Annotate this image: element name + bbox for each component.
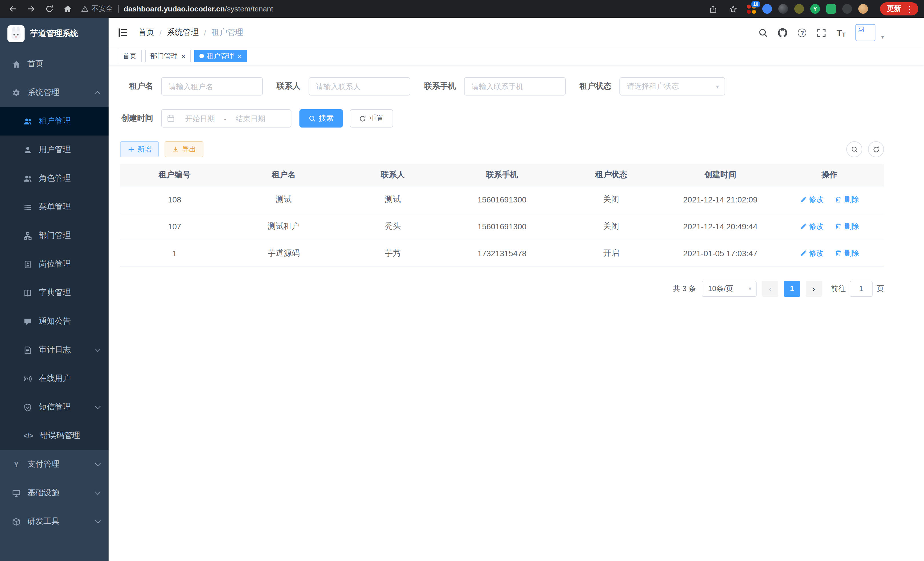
pagination: 共 3 条 10条/页 ▾ ‹ 1 › 前往 页 xyxy=(120,281,884,296)
reset-button[interactable]: 重置 xyxy=(350,109,393,128)
search-button[interactable]: 搜索 xyxy=(299,109,343,128)
delete-link[interactable]: 删除 xyxy=(835,194,859,205)
extension-y-icon[interactable]: Y xyxy=(810,4,820,14)
monitor-icon xyxy=(12,489,21,497)
sidebar-item-payment[interactable]: ¥ 支付管理 xyxy=(0,450,109,479)
col-header-name: 租户名 xyxy=(229,164,338,186)
github-icon[interactable] xyxy=(778,27,788,38)
date-start-input[interactable] xyxy=(177,114,223,123)
sidebar-item-dict[interactable]: 字典管理 xyxy=(0,278,109,307)
bookmark-star-icon[interactable] xyxy=(726,2,740,16)
edit-link[interactable]: 修改 xyxy=(800,248,824,258)
status-select[interactable]: 请选择租户状态 ▾ xyxy=(620,77,725,96)
breadcrumb-item[interactable]: 系统管理 xyxy=(167,27,199,38)
browser-menu-kebab-icon[interactable]: ⋮ xyxy=(904,4,915,14)
extension-paw-icon[interactable] xyxy=(842,4,852,14)
phone-input[interactable] xyxy=(464,77,566,96)
security-label: 不安全 xyxy=(92,4,113,14)
refresh-table-button[interactable] xyxy=(868,141,884,157)
sidebar-item-user[interactable]: 用户管理 xyxy=(0,135,109,164)
refresh-icon xyxy=(359,115,366,122)
fullscreen-icon[interactable] xyxy=(817,27,827,38)
next-page-button[interactable]: › xyxy=(806,281,822,296)
chevron-down-icon xyxy=(95,403,101,409)
update-button[interactable]: 更新 ⋮ xyxy=(880,2,918,15)
contact-input[interactable] xyxy=(309,77,410,96)
system-submenu: 租户管理 用户管理 角色管理 菜单管理 部门管理 xyxy=(0,107,109,450)
export-button[interactable]: 导出 xyxy=(165,141,203,157)
browser-home-icon[interactable] xyxy=(61,2,74,16)
sidebar-item-role[interactable]: 角色管理 xyxy=(0,164,109,193)
page-unit-label: 页 xyxy=(877,283,884,294)
help-question-icon[interactable]: ? xyxy=(797,27,807,38)
date-range-picker[interactable]: - xyxy=(161,109,291,128)
profile-avatar-icon[interactable] xyxy=(858,4,868,14)
collapse-sidebar-icon[interactable] xyxy=(117,27,129,38)
page-size-select[interactable]: 10条/页 ▾ xyxy=(702,281,757,296)
font-size-icon[interactable]: TT xyxy=(836,27,846,38)
breadcrumb-item[interactable]: 首页 xyxy=(138,27,154,38)
sidebar-item-post[interactable]: 岗位管理 xyxy=(0,250,109,278)
role-users-icon xyxy=(23,174,32,183)
share-icon[interactable] xyxy=(706,2,720,16)
sidebar-item-label: 租户管理 xyxy=(39,116,71,126)
search-button-label: 搜索 xyxy=(319,113,334,123)
browser-chrome: 不安全 dashboard.yudao.iocoder.cn/system/te… xyxy=(0,0,924,18)
page-number-1[interactable]: 1 xyxy=(784,281,800,296)
table-header-row: 租户编号 租户名 联系人 联系手机 租户状态 创建时间 操作 xyxy=(120,164,884,186)
tag-close-icon[interactable]: × xyxy=(181,52,185,60)
sidebar-item-label: 通知公告 xyxy=(39,316,71,326)
cell-status: 开启 xyxy=(556,240,666,266)
tenant-name-input[interactable] xyxy=(161,77,263,96)
tag-tenant[interactable]: 租户管理 × xyxy=(194,50,247,62)
edit-link[interactable]: 修改 xyxy=(800,221,824,231)
sidebar-item-home[interactable]: 首页 xyxy=(0,50,109,78)
sidebar-item-sms[interactable]: 短信管理 xyxy=(0,393,109,421)
sidebar-item-notice[interactable]: 通知公告 xyxy=(0,307,109,336)
edit-pencil-icon xyxy=(800,196,807,203)
sidebar-item-tenant[interactable]: 租户管理 xyxy=(0,107,109,135)
reload-icon[interactable] xyxy=(42,2,56,16)
user-avatar[interactable] xyxy=(855,24,875,41)
sidebar-item-devtools[interactable]: 研发工具 xyxy=(0,507,109,536)
extension-blue-icon[interactable] xyxy=(762,4,772,14)
extension-globe-icon[interactable] xyxy=(778,4,788,14)
prev-page-button[interactable]: ‹ xyxy=(762,281,778,296)
tag-home[interactable]: 首页 xyxy=(118,50,142,62)
sidebar-item-infrastructure[interactable]: 基础设施 xyxy=(0,479,109,507)
extension-olive-icon[interactable] xyxy=(794,4,804,14)
forward-icon[interactable] xyxy=(24,2,38,16)
sidebar-item-label: 部门管理 xyxy=(39,230,71,241)
delete-link[interactable]: 删除 xyxy=(835,221,859,231)
sidebar-item-label: 支付管理 xyxy=(27,459,59,469)
extension-wechat-icon[interactable] xyxy=(826,4,836,14)
search-icon[interactable] xyxy=(758,27,769,38)
logo: 芋道管理系统 xyxy=(0,18,109,50)
toggle-search-button[interactable] xyxy=(846,141,862,157)
phone-label: 联系手机 xyxy=(424,81,456,92)
sidebar-item-system[interactable]: 系统管理 xyxy=(0,78,109,107)
status-select-placeholder: 请选择租户状态 xyxy=(627,81,679,92)
sidebar-item-menu[interactable]: 菜单管理 xyxy=(0,193,109,221)
tag-close-icon[interactable]: × xyxy=(237,52,242,60)
col-header-phone: 联系手机 xyxy=(447,164,556,186)
tenant-name-label: 租户名 xyxy=(120,81,153,92)
sidebar-item-errorcode[interactable]: </> 错误码管理 xyxy=(0,421,109,450)
sidebar-item-dept[interactable]: 部门管理 xyxy=(0,221,109,250)
tag-dept[interactable]: 部门管理 × xyxy=(145,50,190,62)
update-label: 更新 xyxy=(887,4,901,14)
back-icon[interactable] xyxy=(6,2,20,16)
add-button[interactable]: 新增 xyxy=(120,141,159,157)
sidebar-item-online[interactable]: 在线用户 xyxy=(0,364,109,393)
table-row: 107 测试租户 秃头 15601691300 关闭 2021-12-14 20… xyxy=(120,213,884,240)
sidebar-item-audit[interactable]: 审计日志 xyxy=(0,336,109,364)
edit-link[interactable]: 修改 xyxy=(800,194,824,205)
goto-page-input[interactable] xyxy=(850,281,873,296)
extension-dots-icon[interactable]: 10 xyxy=(746,4,756,14)
delete-link[interactable]: 删除 xyxy=(835,248,859,258)
address-bar[interactable]: 不安全 dashboard.yudao.iocoder.cn/system/te… xyxy=(74,2,706,16)
date-end-input[interactable] xyxy=(228,114,273,123)
avatar-caret-down-icon[interactable]: ▾ xyxy=(881,34,884,41)
sidebar: 芋道管理系统 首页 系统管理 租户管理 用户管理 xyxy=(0,18,109,561)
cell-actions: 修改 删除 xyxy=(775,213,884,240)
